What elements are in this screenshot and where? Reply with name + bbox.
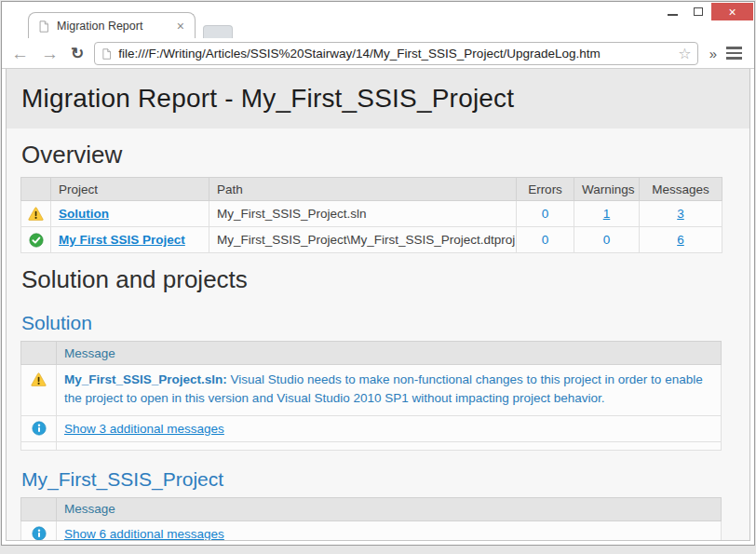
message-header-row: Message [21,342,722,365]
table-row: Show 6 additional messages [21,520,722,541]
overview-header-row: Project Path Errors Warnings Messages [21,178,722,201]
project-column-header: Project [51,178,209,201]
menu-button[interactable] [726,47,742,60]
show-additional-messages-link[interactable]: Show 6 additional messages [64,527,224,541]
solution-messages-table: Message My_First_SSIS_Project.sln: Visua… [20,341,722,451]
minimize-button[interactable] [659,3,685,20]
status-column-header [21,178,51,201]
browser-tab[interactable]: Migration Report × [28,12,196,38]
url-page-icon [101,45,113,61]
warnings-count: 0 [574,227,640,253]
close-button[interactable]: × [711,3,753,20]
path-cell: My_First_SSIS_Project.sln [209,201,517,227]
messages-column-header: Messages [640,178,722,201]
solution-and-projects-heading: Solution and projects [21,265,749,294]
page-viewport: Migration Report - My_First_SSIS_Project… [6,69,750,541]
page-content: Overview Project Path Errors Warnings Me… [7,141,749,541]
warnings-column-header: Warnings [574,178,640,201]
table-row: My_First_SSIS_Project.sln: Visual Studio… [21,365,722,416]
table-row: Show 3 additional messages [21,415,722,441]
page-title: Migration Report - My_First_SSIS_Project [7,84,514,114]
tab-title: Migration Report [57,20,175,33]
section-heading-solution: Solution [21,312,749,334]
errors-count: 0 [517,227,574,253]
success-status-icon [21,227,51,253]
message-cell: My_First_SSIS_Project.sln: Visual Studio… [57,365,722,416]
page-favicon-icon [37,18,50,34]
info-status-icon [21,415,57,441]
address-bar[interactable]: file:///F:/Writing/Articles/SSIS%20Stair… [94,42,697,65]
warnings-count: 1 [574,201,640,227]
table-row: My First SSIS Project My_First_SSIS_Proj… [21,227,722,253]
project-messages-table: Message Show 6 additional messages [20,497,722,542]
message-column-header: Message [57,497,722,520]
table-row: Solution My_First_SSIS_Project.sln 0 1 3 [21,201,722,227]
tab-strip: Migration Report × × [2,2,754,38]
path-cell: My_First_SSIS_Project\My_First_SSIS_Proj… [209,227,517,253]
forward-button[interactable]: → [41,45,59,62]
message-header-row: Message [21,497,722,520]
info-status-icon [21,520,57,541]
browser-window: Migration Report × × ← → ↻ file:///F:/Wr… [1,1,755,546]
toolbar-overflow-icon[interactable]: » [709,46,717,61]
message-column-header: Message [57,342,722,365]
window-controls: × [659,3,753,20]
messages-count: 6 [640,227,722,253]
path-column-header: Path [209,178,517,201]
new-tab-button[interactable] [203,25,233,38]
back-button[interactable]: ← [11,45,29,62]
reload-button[interactable]: ↻ [71,44,84,63]
message-cell: Show 6 additional messages [57,520,722,541]
table-footer-spacer [21,441,722,450]
warning-status-icon [21,201,51,227]
maximize-button[interactable] [685,3,711,20]
warnings-count-link[interactable]: 1 [603,207,611,221]
errors-count: 0 [517,201,574,227]
project-cell: Solution [51,201,209,227]
project-link[interactable]: Solution [59,207,109,221]
project-link[interactable]: My First SSIS Project [59,233,185,247]
browser-toolbar: ← → ↻ file:///F:/Writing/Articles/SSIS%2… [2,38,754,69]
section-heading-project: My_First_SSIS_Project [21,468,749,491]
status-column-header [21,497,57,520]
warning-status-icon [21,365,57,416]
errors-column-header: Errors [517,178,574,201]
status-column-header [21,342,57,365]
overview-heading: Overview [21,141,749,169]
url-text[interactable]: file:///F:/Writing/Articles/SSIS%20Stair… [118,47,674,61]
overview-table: Project Path Errors Warnings Messages [20,177,722,253]
tab-close-icon[interactable]: × [175,20,186,33]
project-cell: My First SSIS Project [51,227,209,253]
page-header-band: Migration Report - My_First_SSIS_Project [7,69,749,128]
show-additional-messages-link[interactable]: Show 3 additional messages [64,422,224,436]
bookmark-star-icon[interactable]: ☆ [678,45,691,62]
messages-count: 3 [640,201,722,227]
messages-count-link[interactable]: 6 [677,233,684,247]
messages-count-link[interactable]: 3 [677,207,684,221]
message-source: My_First_SSIS_Project.sln: [64,372,227,386]
message-cell: Show 3 additional messages [57,415,722,441]
